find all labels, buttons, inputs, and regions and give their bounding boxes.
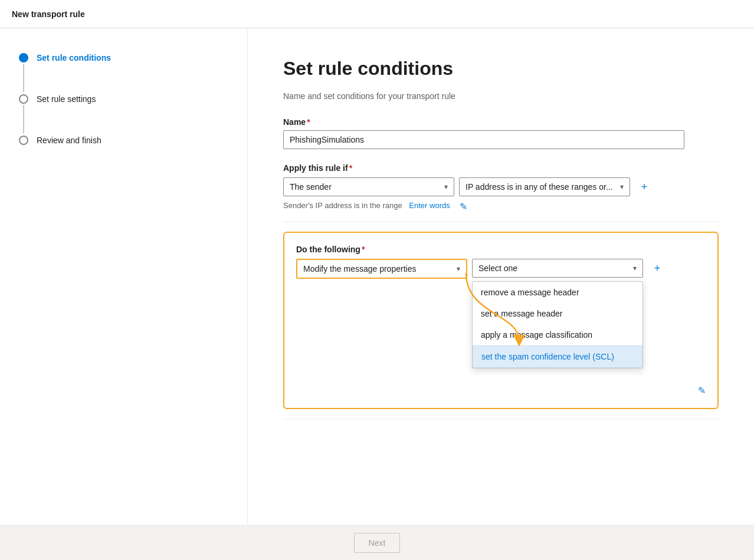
select-one-dropdown[interactable]: Select one ▾ <box>472 259 643 278</box>
sidebar: Set rule conditions Set rule settings Re… <box>0 28 248 525</box>
step-connector-1 <box>18 52 29 93</box>
do-following-section: Do the following* Modify the message pro… <box>283 232 719 409</box>
page-title-bar: New transport rule <box>12 9 85 19</box>
bottom-bar: Next <box>0 525 754 560</box>
enter-words-link[interactable]: Enter words <box>409 201 450 210</box>
select-one-container: Select one ▾ remove a message header set… <box>472 259 643 278</box>
step-label-3: Review and finish <box>37 134 101 146</box>
modify-dropdown-chevron: ▾ <box>457 265 460 273</box>
sender-dropdown[interactable]: The sender ▾ <box>283 177 454 196</box>
divider-2 <box>283 419 719 419</box>
step-connector-2 <box>18 93 29 134</box>
edit-icon-condition[interactable]: ✎ <box>460 201 467 212</box>
page-heading: Set rule conditions <box>283 58 719 80</box>
add-condition-button[interactable]: + <box>635 177 654 196</box>
top-bar: New transport rule <box>0 0 754 28</box>
do-following-label: Do the following* <box>296 245 706 254</box>
do-following-edit-row: ✎ <box>296 385 706 396</box>
edit-icon-action[interactable]: ✎ <box>698 385 706 396</box>
modify-dropdown[interactable]: Modify the message properties ▾ <box>296 259 467 279</box>
step-line-2 <box>23 105 24 133</box>
sender-info-row: Sender's IP address is in the range Ente… <box>283 201 719 212</box>
step-item-1: Set rule conditions <box>18 52 230 93</box>
sender-info-text: Sender's IP address is in the range Ente… <box>283 201 450 210</box>
add-action-button[interactable]: + <box>648 259 667 278</box>
step-label-1: Set rule conditions <box>37 52 111 64</box>
name-input[interactable] <box>283 130 684 149</box>
step-item-3: Review and finish <box>18 134 230 146</box>
apply-rule-label: Apply this rule if* <box>283 163 719 173</box>
main-layout: Set rule conditions Set rule settings Re… <box>0 28 754 525</box>
condition-dropdown-chevron: ▾ <box>620 183 624 191</box>
option-set-header[interactable]: set a message header <box>473 303 642 324</box>
option-remove-header[interactable]: remove a message header <box>473 282 642 303</box>
step-item-2: Set rule settings <box>18 93 230 134</box>
step-circle-3 <box>19 136 28 145</box>
dropdown-popup: remove a message header set a message he… <box>472 281 643 368</box>
step-list: Set rule conditions Set rule settings Re… <box>18 52 230 146</box>
sender-dropdown-chevron: ▾ <box>444 183 448 191</box>
select-one-chevron: ▾ <box>633 264 637 272</box>
step-connector-3 <box>18 134 29 145</box>
condition-dropdown[interactable]: IP address is in any of these ranges or.… <box>459 177 630 196</box>
next-button[interactable]: Next <box>354 533 401 553</box>
divider-1 <box>283 222 719 222</box>
step-circle-1 <box>19 53 28 62</box>
name-label: Name* <box>283 117 719 127</box>
apply-rule-row: The sender ▾ IP address is in any of the… <box>283 177 719 196</box>
option-set-scl[interactable]: set the spam confidence level (SCL) <box>473 345 642 368</box>
content-area: Set rule conditions Name and set conditi… <box>248 28 754 525</box>
page-description: Name and set conditions for your transpo… <box>283 91 719 101</box>
step-circle-2 <box>19 94 28 104</box>
option-apply-classification[interactable]: apply a message classification <box>473 324 642 345</box>
step-line-1 <box>23 64 24 92</box>
step-label-2: Set rule settings <box>37 93 96 105</box>
